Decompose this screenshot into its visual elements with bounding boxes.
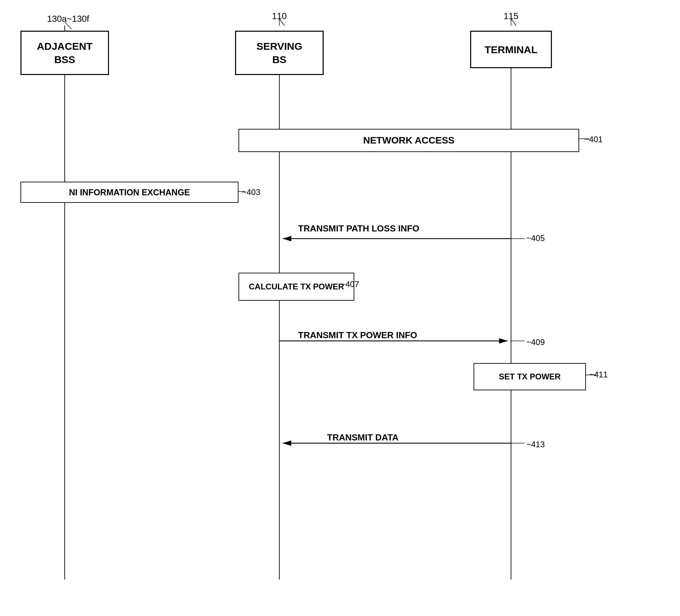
set-tx-power-label: SET TX POWER bbox=[499, 371, 560, 382]
ni-info-exchange-label: NI INFORMATION EXCHANGE bbox=[69, 187, 190, 197]
transmit-path-loss-ref: ~405 bbox=[526, 234, 545, 243]
transmit-data-ref: ~413 bbox=[526, 440, 545, 449]
calculate-tx-power-box: CALCULATE TX POWER bbox=[238, 273, 354, 301]
ni-info-exchange-ref: ~403 bbox=[242, 187, 260, 197]
calculate-tx-power-ref: ~407 bbox=[341, 280, 359, 289]
svg-marker-9 bbox=[283, 440, 291, 446]
svg-marker-7 bbox=[499, 338, 508, 344]
serving-bs-box: SERVINGBS bbox=[235, 31, 324, 75]
adjacent-bss-label: 130a~130f bbox=[34, 14, 102, 24]
serving-bs-label: 110 bbox=[266, 11, 293, 21]
set-tx-power-ref: ~411 bbox=[589, 370, 608, 379]
set-tx-power-box: SET TX POWER bbox=[474, 363, 586, 390]
adjacent-bss-box: ADJACENTBSS bbox=[20, 31, 109, 75]
diagram-svg bbox=[0, 0, 680, 616]
ni-info-exchange-box: NI INFORMATION EXCHANGE bbox=[20, 182, 238, 203]
sequence-diagram: 130a~130f 110 115 ADJACENTBSS SERVINGBS … bbox=[0, 0, 680, 616]
svg-marker-5 bbox=[283, 236, 291, 241]
network-access-ref: ~401 bbox=[584, 135, 603, 144]
transmit-data-label: TRANSMIT DATA bbox=[327, 432, 399, 443]
transmit-tx-power-ref: ~409 bbox=[526, 337, 545, 347]
calculate-tx-power-label: CALCULATE TX POWER bbox=[249, 281, 344, 292]
terminal-box: TERMINAL bbox=[470, 31, 552, 68]
transmit-tx-power-label: TRANSMIT TX POWER INFO bbox=[298, 330, 417, 341]
network-access-box: NETWORK ACCESS bbox=[238, 129, 579, 152]
network-access-label: NETWORK ACCESS bbox=[363, 135, 454, 146]
terminal-label: 115 bbox=[497, 11, 525, 21]
transmit-path-loss-label: TRANSMIT PATH LOSS INFO bbox=[298, 223, 419, 234]
